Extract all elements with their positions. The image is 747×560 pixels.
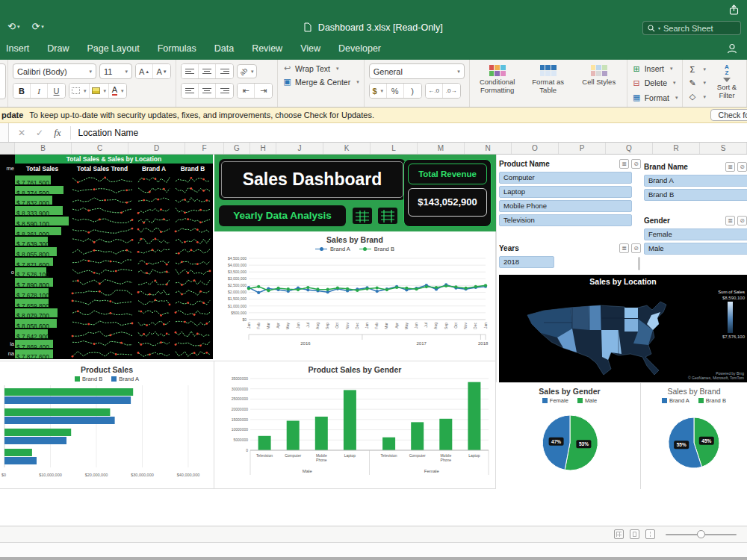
sparkline-cell[interactable] — [69, 185, 135, 196]
sales-table[interactable]: Total Sales & Sales by Location Total Sa… — [15, 155, 213, 359]
enter-icon[interactable]: ✓ — [36, 128, 43, 138]
decrease-decimal-button[interactable]: .0→ — [443, 84, 460, 98]
table-row[interactable]: $ 7,761,500 — [15, 175, 213, 185]
total-sales-cell[interactable]: $ 7,576,100 — [15, 267, 69, 277]
column-header-C[interactable]: C — [72, 143, 128, 154]
increase-decimal-button[interactable]: ←.0 — [426, 84, 443, 98]
insert-cells-button[interactable]: ⊞Insert▾ — [632, 63, 678, 74]
sparkline-cell[interactable] — [135, 298, 173, 308]
sparkline-cell[interactable] — [69, 246, 135, 257]
sparkline-cell[interactable] — [135, 236, 173, 246]
sparkline-cell[interactable] — [173, 226, 213, 237]
sparkline-cell[interactable] — [135, 318, 173, 329]
align-top-button[interactable] — [182, 64, 199, 78]
tab-page-layout[interactable]: Page Layout — [87, 43, 139, 54]
total-sales-cell[interactable]: $ 7,832,000 — [15, 195, 69, 205]
sparkline-cell[interactable] — [173, 287, 213, 298]
font-size-select[interactable]: 11▾ — [99, 63, 132, 79]
sparkline-cell[interactable] — [69, 308, 135, 318]
sparkline-cell[interactable] — [69, 267, 135, 277]
delete-cells-button[interactable]: ⊟Delete▾ — [632, 78, 678, 88]
total-sales-cell[interactable]: $ 8,333,900 — [15, 205, 69, 216]
sparkline-cell[interactable] — [69, 318, 135, 329]
column-header-K[interactable]: K — [323, 143, 371, 154]
column-header-H[interactable]: H — [250, 143, 276, 154]
align-middle-button[interactable] — [199, 64, 216, 78]
product-sales-chart[interactable]: Product Sales Brand BBrand A $0$10,000,0… — [0, 361, 214, 489]
sort-filter-button[interactable]: AZ Sort & Filter — [712, 63, 742, 103]
orientation-button[interactable]: ab▾ — [237, 64, 257, 78]
table-row[interactable]: $ 7,890,800 — [15, 277, 213, 287]
sparkline-cell[interactable] — [69, 226, 135, 237]
merge-center-button[interactable]: ▣ Merge & Center▾ — [282, 77, 359, 87]
cell-styles-button[interactable]: Cell Styles — [576, 63, 622, 103]
total-sales-cell[interactable]: $ 7,877,600 — [15, 349, 69, 359]
sparkline-cell[interactable] — [173, 318, 213, 329]
worksheet[interactable]: meoiana Total Sales & Sales by Location … — [0, 155, 747, 526]
bold-button[interactable]: B — [13, 84, 31, 98]
align-center-button[interactable] — [199, 84, 216, 98]
sparkline-cell[interactable] — [135, 287, 173, 298]
table-row[interactable]: $ 8,079,700 — [15, 308, 213, 318]
sales-by-location-map[interactable]: Sales by Location Sum of Sales $8,590,10… — [499, 275, 747, 382]
sparkline-cell[interactable] — [173, 236, 213, 246]
autosum-button[interactable]: Σ▾ — [687, 63, 706, 75]
sales-by-gender-chart[interactable]: Sales by Gender FemaleMale 53%47% — [499, 382, 641, 489]
column-header-M[interactable]: M — [418, 143, 465, 154]
slicer-item-female[interactable]: Female — [644, 228, 747, 240]
formula-input[interactable]: Location Name — [78, 128, 747, 138]
underline-button[interactable]: U — [48, 84, 65, 98]
total-sales-cell[interactable]: $ 8,079,700 — [15, 308, 69, 318]
sparkline-cell[interactable] — [173, 308, 213, 318]
sparkline-cell[interactable] — [69, 175, 135, 185]
sparkline-cell[interactable] — [173, 329, 213, 339]
cancel-icon[interactable]: ✕ — [18, 128, 25, 138]
clear-filter-icon[interactable]: ⊘ — [631, 243, 641, 253]
sparkline-cell[interactable] — [69, 216, 135, 226]
total-sales-cell[interactable]: $ 8,261,000 — [15, 226, 69, 237]
sparkline-cell[interactable] — [173, 257, 213, 267]
align-right-button[interactable] — [216, 84, 233, 98]
total-sales-cell[interactable]: $ 7,761,500 — [15, 175, 69, 185]
clear-filter-icon[interactable]: ⊘ — [737, 216, 747, 225]
borders-button[interactable]: ▾ — [69, 84, 90, 98]
sparkline-cell[interactable] — [135, 195, 173, 205]
multi-select-icon[interactable]: ≣ — [619, 243, 629, 253]
multi-select-icon[interactable]: ≣ — [619, 159, 629, 169]
zoom-slider-knob[interactable] — [697, 530, 705, 538]
zoom-slider[interactable] — [666, 534, 737, 535]
table-row[interactable]: $ 7,642,900 — [15, 329, 213, 339]
page-layout-view-button[interactable] — [630, 529, 639, 539]
sparkline-cell[interactable] — [69, 236, 135, 246]
sparkline-cell[interactable] — [135, 308, 173, 318]
clear-filter-icon[interactable]: ⊘ — [737, 162, 747, 172]
sparkline-cell[interactable] — [135, 277, 173, 287]
slicer-item-television[interactable]: Television — [499, 214, 632, 226]
sparkline-cell[interactable] — [69, 195, 135, 205]
total-sales-cell[interactable]: $ 7,869,400 — [15, 339, 69, 349]
total-sales-cell[interactable]: $ 8,055,800 — [15, 246, 69, 257]
total-sales-cell[interactable]: $ 7,642,900 — [15, 329, 69, 339]
align-bottom-button[interactable] — [216, 64, 233, 78]
sparkline-cell[interactable] — [173, 349, 213, 359]
font-color-button[interactable]: A▾ — [109, 84, 126, 98]
slicer-scrollbar[interactable] — [638, 257, 640, 270]
column-header-D[interactable]: D — [128, 143, 185, 154]
format-cells-button[interactable]: ▦Format▾ — [632, 93, 678, 103]
name-box[interactable] — [0, 123, 9, 142]
tab-insert[interactable]: Insert — [6, 43, 29, 54]
sparkline-cell[interactable] — [173, 205, 213, 216]
decrease-font-button[interactable]: A▼ — [153, 64, 170, 78]
sparkline-cell[interactable] — [173, 277, 213, 287]
slicer-item-computer[interactable]: Computer — [499, 172, 632, 184]
total-sales-cell[interactable]: $ 7,871,600 — [15, 257, 69, 267]
slicer-item-mobile-phone[interactable]: Mobile Phone — [499, 200, 632, 212]
slicer-item-male[interactable]: Male — [644, 243, 747, 255]
sparkline-cell[interactable] — [173, 185, 213, 196]
sparkline-cell[interactable] — [135, 257, 173, 267]
share-icon[interactable] — [728, 4, 740, 19]
column-header-R[interactable]: R — [653, 143, 700, 154]
table-row[interactable]: $ 7,678,100 — [15, 287, 213, 298]
sparkline-cell[interactable] — [69, 349, 135, 359]
sparkline-cell[interactable] — [135, 226, 173, 237]
